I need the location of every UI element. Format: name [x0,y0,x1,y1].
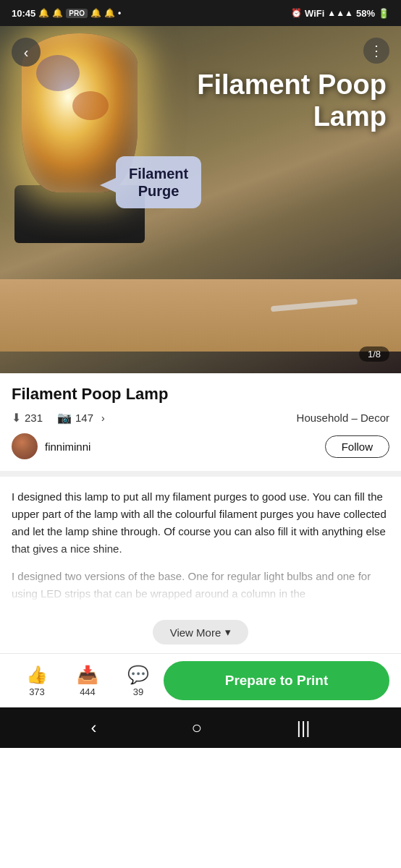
back-button[interactable]: ‹ [12,38,41,67]
alarm-icon-4: 🔔 [104,8,115,18]
image-counter: 1/8 [359,346,389,362]
status-bar: 10:45 🔔 🔔 PRO 🔔 🔔 • ⏰ WiFi ▲▲▲ 58% 🔋 [0,0,401,26]
view-icon: 📷 [57,411,72,425]
more-icon: ⋮ [369,42,384,59]
back-icon: ‹ [24,44,29,61]
prepare-to-print-button[interactable]: Prepare to Print [164,661,389,700]
view-arrow: › [101,412,105,424]
meta-row: ⬇ 231 📷 147 › Household – Decor [12,411,389,425]
dot-indicator: • [118,8,121,18]
like-action[interactable]: 👍 373 [12,665,62,697]
author-name[interactable]: finniminni [45,441,325,453]
comment-count: 39 [133,686,143,697]
view-count: 147 [75,412,93,424]
speech-bubble: FilamentPurge [116,156,201,208]
pro-badge: PRO [66,9,88,18]
view-more-row: View More ▾ [0,614,401,653]
alarm-icon: 🔔 [38,8,49,18]
category-label[interactable]: Household – Decor [297,412,389,424]
section-divider [0,471,401,477]
description-paragraph-1: I designed this lamp to put all my filam… [12,488,389,558]
comment-action[interactable]: 💬 39 [113,665,164,697]
battery-icon: 🔋 [378,8,389,19]
hero-image: Filament PoopLamp FilamentPurge ‹ ⋮ 1/8 [0,26,401,373]
description-section: I designed this lamp to put all my filam… [0,477,401,614]
view-stat[interactable]: 📷 147 › [57,411,105,425]
battery-percentage: 58% [356,8,375,19]
collect-count: 444 [80,686,96,697]
like-count: 373 [29,686,45,697]
alarm-icon-3: 🔔 [90,8,101,18]
alarm-icon-2: 🔔 [52,8,63,18]
chevron-down-icon: ▾ [225,626,231,639]
hero-title: Filament PoopLamp [197,69,387,132]
avatar[interactable] [12,433,38,459]
view-more-label: View More [170,626,221,639]
alarm-clock-icon: ⏰ [291,8,302,18]
table-surface [0,279,401,352]
status-right: ⏰ WiFi ▲▲▲ 58% 🔋 [291,8,389,19]
view-more-button[interactable]: View More ▾ [153,620,249,644]
download-icon: ⬇ [12,411,21,425]
bottom-toolbar: 👍 373 📥 444 💬 39 Prepare to Print [0,653,401,707]
system-back-icon[interactable]: ‹ [90,718,96,738]
system-recent-icon[interactable]: ||| [297,718,311,738]
description-text: I designed this lamp to put all my filam… [12,488,389,603]
comment-icon: 💬 [127,665,149,685]
author-row: finniminni Follow [12,433,389,459]
description-paragraph-2: I designed two versions of the base. One… [12,568,389,603]
like-icon: 👍 [26,665,48,685]
more-options-button[interactable]: ⋮ [363,38,389,64]
content-area: Filament Poop Lamp ⬇ 231 📷 147 › Househo… [0,373,401,459]
follow-button[interactable]: Follow [325,435,389,458]
download-count: 231 [25,412,43,424]
system-home-icon[interactable]: ○ [191,718,202,738]
item-title: Filament Poop Lamp [12,385,389,404]
system-nav-bar: ‹ ○ ||| [0,707,401,748]
status-time: 10:45 [12,8,35,19]
signal-icon: ▲▲▲ [327,8,353,18]
collect-action[interactable]: 📥 444 [62,665,113,697]
wifi-icon: WiFi [305,8,324,19]
avatar-face [12,433,38,459]
download-stat[interactable]: ⬇ 231 [12,411,43,425]
collect-icon: 📥 [77,665,98,685]
status-left: 10:45 🔔 🔔 PRO 🔔 🔔 • [12,8,121,19]
